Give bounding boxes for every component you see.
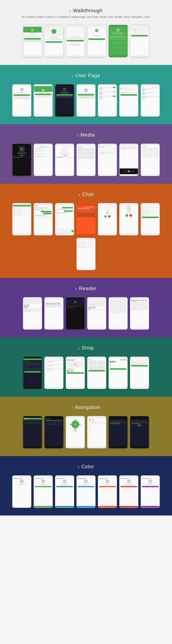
section-6-number: 6	[78, 347, 80, 350]
screen-media-7: Topic Name	[141, 144, 160, 176]
screen-reader-6: Wyvern iOS UI Kit Invincible Way Invinci…	[130, 297, 149, 330]
section-3-grid: Won't Waste By Sam	[4, 144, 168, 176]
screen-chat-6: Video Bisgeria Great Simp...	[119, 203, 138, 236]
phone-screen	[88, 27, 106, 56]
section-5-title: 5 Reader	[4, 286, 168, 292]
screen-nav-3: Wyvern Post Collection	[66, 416, 85, 448]
screen-user-2	[34, 84, 53, 117]
screen-reader-5	[108, 297, 128, 330]
section-chat: 4 Chat	[0, 184, 172, 278]
section-1-label: Walkthrough	[73, 8, 103, 13]
section-8-label: Color	[82, 464, 94, 470]
phone-bottom	[109, 56, 127, 57]
section-2-header: 2 User Page	[4, 72, 168, 78]
section-navigation: 7 Navigation WYVERN	[0, 397, 172, 456]
phone-status	[130, 25, 149, 27]
screen-chat-3	[55, 203, 74, 236]
screen-chat-8	[76, 238, 96, 270]
screen-media-4: Topic Name	[76, 144, 96, 176]
section-6-label: Shop	[82, 345, 94, 351]
screen-reader-2: Practical as they visually attractive, c…	[44, 297, 64, 330]
section-7-grid: WYVERN	[4, 416, 168, 448]
screen-user-6	[119, 84, 138, 117]
phone-screen: CHAT WITH TWITTER →	[66, 27, 84, 56]
section-1-number: 1	[69, 10, 71, 13]
screen-reader-1: Wyvern iOS UIKit WireframeCase ElegantPr…	[23, 297, 42, 330]
screen-media-3	[55, 144, 74, 176]
screen-reader-4: World's Sport FinallyOpened on RussiaOnl…	[87, 297, 106, 330]
screen-user-7: Actions ∨ Children ∨	[141, 84, 160, 117]
section-5-label: Reader	[79, 286, 96, 291]
screen-chat-1	[12, 203, 31, 236]
phone-screen	[130, 27, 149, 56]
screen-user-4: ← Edit	[76, 84, 96, 117]
phone-screen	[23, 27, 42, 56]
section-3-label: Media	[80, 132, 95, 138]
screen-color-4: Wyvern Wireframe iOS	[76, 475, 96, 508]
section-7-title: 7 Navigation	[4, 404, 168, 410]
section-color: 8 Color Wyvern Wireframe iOS Wyvern Wire…	[0, 456, 172, 516]
screen-shop-3: ABOUT TO BE HONESTARE YOU TESTING Lorem …	[66, 356, 85, 389]
section-2-label: User Page	[75, 72, 100, 78]
screen-user-5	[98, 84, 117, 117]
section-5-grid: Wyvern iOS UIKit WireframeCase ElegantPr…	[4, 297, 168, 330]
phone-status	[23, 25, 42, 27]
screen-color-2: Wyvern Wireframe iOS	[34, 475, 53, 508]
section-1-header: 1 Walkthrough 55+ expertly crafted scree…	[4, 8, 168, 19]
phone-status	[66, 25, 84, 27]
screen-media-6	[119, 144, 138, 176]
section-7-header: 7 Navigation	[4, 404, 168, 410]
section-7-number: 7	[72, 406, 73, 410]
phone-status	[88, 25, 106, 27]
screen-nav-4: Settings Sorting Settings	[87, 416, 106, 448]
screen-media-2: Won't Waste By Sam	[34, 144, 53, 176]
section-1-grid: CHAT WITH TWITTER →	[4, 25, 168, 57]
section-5-number: 5	[76, 288, 77, 291]
section-8-grid: Wyvern Wireframe iOS Wyvern Wireframe iO…	[4, 475, 168, 508]
section-reader: 5 Reader Wyvern iOS UIKit WireframeCase …	[0, 278, 172, 337]
section-6-title: 6 Shop	[4, 345, 168, 351]
screen-nav-6: Instead of going bagel...	[130, 416, 149, 448]
section-4-grid: Lory Simp...	[4, 203, 168, 270]
phone-bottom	[45, 56, 63, 57]
section-shop: 6 Shop Wyvern Collection New Collection	[0, 337, 172, 397]
section-6-header: 6 Shop	[4, 345, 168, 351]
section-2-title: 2 User Page	[4, 72, 168, 78]
screen-media-1	[12, 144, 31, 176]
screen-walkthrough-5: Run Power Applications.	[108, 25, 128, 57]
section-user-page: 2 User Page	[0, 65, 172, 124]
section-2-number: 2	[72, 75, 73, 78]
screen-chat-4	[76, 203, 96, 236]
section-4-title: 4 Chat	[4, 191, 168, 197]
screen-color-1: Wyvern Wireframe iOS	[12, 475, 31, 508]
section-6-grid: Wyvern Collection New Collection $XX.XX	[4, 356, 168, 389]
section-3-number: 3	[77, 134, 78, 137]
screen-user-1	[12, 84, 31, 117]
phone-screen: Run Power Applications.	[109, 27, 127, 56]
section-1-subtitle: 55+ expertly crafted screens in 7 catego…	[4, 15, 168, 19]
screen-shop-4: Shop Now	[87, 356, 106, 389]
section-4-number: 4	[78, 194, 80, 196]
section-8-number: 8	[78, 466, 79, 469]
screen-walkthrough-3: CHAT WITH TWITTER →	[66, 25, 85, 57]
section-4-header: 4 Chat	[4, 191, 168, 197]
section-8-title: 8 Color	[4, 464, 168, 470]
section-8-header: 8 Color	[4, 464, 168, 470]
section-2-grid: ← Edit	[4, 84, 168, 117]
screen-nav-5: Instead of going bagel...	[108, 416, 128, 448]
screen-walkthrough-6	[130, 25, 149, 57]
screen-color-5: Wyvern Wireframe iOS	[98, 475, 117, 508]
phone-bottom	[88, 56, 106, 57]
section-4-label: Chat	[82, 191, 94, 197]
phone-bottom	[66, 56, 84, 57]
section-7-label: Navigation	[75, 404, 100, 410]
phone-status	[45, 25, 63, 27]
screen-chat-2: Lory Simp...	[34, 203, 53, 236]
screen-nav-2: WYVERN	[44, 416, 64, 448]
section-walkthrough: 1 Walkthrough 55+ expertly crafted scree…	[0, 0, 172, 65]
screen-shop-2: $XX.XX $XX.XX $XX.XX	[44, 356, 64, 389]
section-5-header: 5 Reader	[4, 286, 168, 292]
phone-status	[109, 25, 127, 27]
screen-color-3: Wyvern Wireframe iOS	[55, 475, 74, 508]
screen-user-3	[55, 84, 74, 117]
